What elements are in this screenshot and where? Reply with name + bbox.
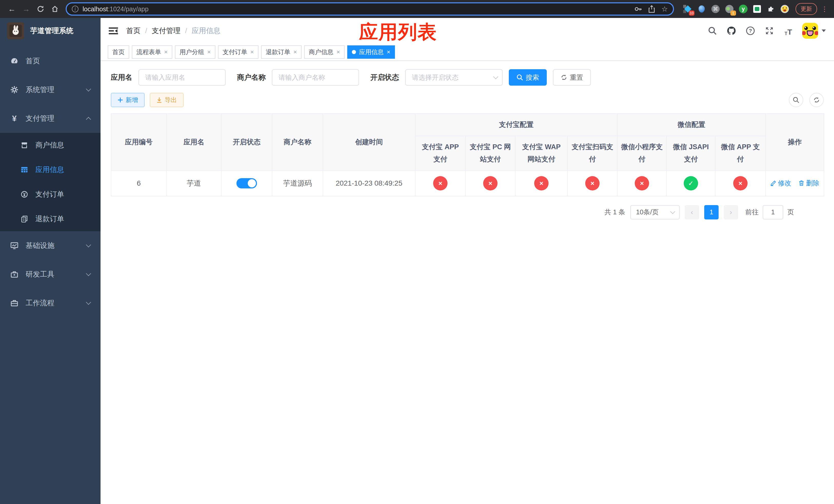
- col-alipay-app: 支付宝 APP 支付: [415, 136, 465, 170]
- extensions-puzzle-icon[interactable]: [766, 4, 775, 14]
- col-wx-mini: 微信小程序支付: [617, 136, 666, 170]
- status-select[interactable]: [405, 69, 503, 86]
- prev-page-button[interactable]: ‹: [685, 205, 699, 220]
- password-key-icon[interactable]: [634, 5, 642, 13]
- address-bar[interactable]: i localhost:1024/pay/app ☆: [66, 2, 674, 16]
- col-created: 创建时间: [323, 114, 415, 170]
- close-icon[interactable]: ×: [336, 49, 340, 55]
- chevron-down-icon: [86, 86, 91, 92]
- tag-home[interactable]: 首页: [108, 45, 129, 59]
- extension-chat-icon[interactable]: [752, 4, 762, 14]
- refresh-table-button[interactable]: [809, 93, 824, 107]
- browser-menu-icon[interactable]: ⋮: [821, 5, 828, 13]
- extension-badge: 1: [730, 10, 736, 16]
- user-avatar[interactable]: [802, 23, 826, 39]
- col-actions: 操作: [766, 114, 824, 170]
- cell-created: 2021-10-23 08:49:25: [323, 170, 415, 196]
- page-annotation: 应用列表: [359, 20, 437, 45]
- page-size-select[interactable]: 10条/页: [630, 205, 680, 220]
- search-icon[interactable]: [707, 26, 718, 36]
- toolbox-icon: [10, 271, 19, 278]
- fullscreen-icon[interactable]: [764, 26, 774, 36]
- status-select-input[interactable]: [405, 69, 503, 86]
- close-icon[interactable]: ×: [164, 49, 168, 55]
- navbar-actions: ? TT: [707, 23, 826, 39]
- profile-avatar-icon[interactable]: [780, 4, 789, 14]
- extension-diamond-icon[interactable]: 10: [683, 4, 693, 14]
- sidebar-item-infra[interactable]: 基础设施: [0, 231, 101, 260]
- extension-balloon-icon[interactable]: [697, 4, 706, 14]
- font-size-icon[interactable]: TT: [783, 26, 793, 36]
- toggle-search-button[interactable]: [789, 93, 803, 107]
- goto-label: 前往: [745, 208, 759, 216]
- alipay-qr-status-badge: ×: [585, 176, 599, 190]
- sidebar-item-pay-order[interactable]: 支付订单: [0, 182, 101, 207]
- sidebar-item-system[interactable]: 系统管理: [0, 75, 101, 104]
- tag-refund-order[interactable]: 退款订单×: [261, 45, 302, 59]
- sidebar-menu: 首页 系统管理 ¥ 支付管理: [0, 47, 101, 317]
- extension-camera-icon[interactable]: 1: [725, 4, 734, 14]
- add-button[interactable]: 新增: [111, 93, 145, 107]
- app-table: 应用编号 应用名 开启状态 商户名称 创建时间 支付宝配置 微信配置 操作 支付…: [111, 113, 824, 197]
- tag-app-info[interactable]: 应用信息×: [347, 45, 395, 59]
- sidebar-item-payment[interactable]: ¥ 支付管理: [0, 104, 101, 133]
- page-number-1[interactable]: 1: [704, 205, 719, 220]
- browser-back-button[interactable]: ←: [5, 2, 19, 16]
- tag-process-form[interactable]: 流程表单×: [132, 45, 172, 59]
- caret-down-icon: [822, 29, 826, 34]
- close-icon[interactable]: ×: [207, 49, 211, 55]
- sidebar-item-app-info[interactable]: 应用信息: [0, 157, 101, 182]
- app-logo[interactable]: 芋道管理系统: [0, 18, 101, 44]
- monitor-icon: [10, 242, 19, 249]
- export-button[interactable]: 导出: [150, 93, 184, 107]
- sidebar-item-refund-order[interactable]: 退款订单: [0, 207, 101, 231]
- browser-reload-button[interactable]: [34, 2, 47, 16]
- col-alipay-pc: 支付宝 PC 网站支付: [465, 136, 515, 170]
- reset-button[interactable]: 重置: [553, 69, 591, 86]
- dashboard-icon: [10, 57, 19, 65]
- share-icon[interactable]: [648, 5, 655, 13]
- logo-rabbit-icon: [7, 22, 24, 39]
- extension-command-icon[interactable]: ⌘: [711, 4, 720, 14]
- goto-page-input[interactable]: [763, 205, 783, 220]
- download-icon: [156, 97, 162, 103]
- tag-pay-order[interactable]: 支付订单×: [218, 45, 259, 59]
- help-icon[interactable]: ?: [745, 26, 755, 36]
- sidebar-item-devtools[interactable]: 研发工具: [0, 260, 101, 289]
- merchant-name-input[interactable]: [272, 69, 359, 86]
- delete-link[interactable]: 删除: [798, 179, 819, 188]
- tag-user-group[interactable]: 用户分组×: [175, 45, 215, 59]
- site-info-icon[interactable]: i: [72, 6, 79, 12]
- edit-link[interactable]: 修改: [770, 179, 791, 188]
- extension-y-icon[interactable]: y: [739, 4, 748, 14]
- breadcrumb-payment[interactable]: 支付管理: [152, 26, 180, 36]
- sidebar-item-workflow[interactable]: 工作流程: [0, 289, 101, 317]
- search-icon: [793, 97, 799, 103]
- tag-merchant-info[interactable]: 商户信息×: [304, 45, 345, 59]
- bookmark-star-icon[interactable]: ☆: [661, 5, 668, 13]
- table-row: 6 芋道 芋道源码 2021-10-23 08:49:25 × × × × × …: [111, 170, 824, 196]
- document-copy-icon: [21, 215, 28, 223]
- search-icon: [517, 74, 523, 81]
- sidebar: 芋道管理系统 首页 系统管理 ¥ 支付管: [0, 18, 101, 504]
- github-icon[interactable]: [726, 26, 737, 36]
- app-name-input[interactable]: [138, 69, 226, 86]
- close-icon[interactable]: ×: [293, 49, 297, 55]
- close-icon[interactable]: ×: [387, 49, 390, 55]
- status-toggle[interactable]: [237, 178, 257, 188]
- sidebar-collapse-icon[interactable]: [108, 25, 119, 37]
- browser-home-button[interactable]: [48, 2, 62, 16]
- status-label: 开启状态: [370, 72, 399, 82]
- sidebar-item-merchant-info[interactable]: 商户信息: [0, 133, 101, 157]
- pagination: 共 1 条 10条/页 ‹ 1 › 前往 页: [111, 205, 794, 220]
- close-icon[interactable]: ×: [250, 49, 254, 55]
- sidebar-item-home[interactable]: 首页: [0, 47, 101, 75]
- breadcrumb-home[interactable]: 首页: [126, 26, 140, 36]
- next-page-button[interactable]: ›: [724, 205, 738, 220]
- wx-jsapi-status-badge: ✓: [684, 176, 698, 190]
- browser-chrome: ← → i localhost:1024/pay/app ☆ 10 ⌘: [0, 0, 834, 18]
- browser-forward-button[interactable]: →: [20, 2, 33, 16]
- coin-yen-icon: [21, 191, 28, 198]
- browser-update-button[interactable]: 更新: [795, 3, 817, 15]
- search-button[interactable]: 搜索: [509, 69, 547, 86]
